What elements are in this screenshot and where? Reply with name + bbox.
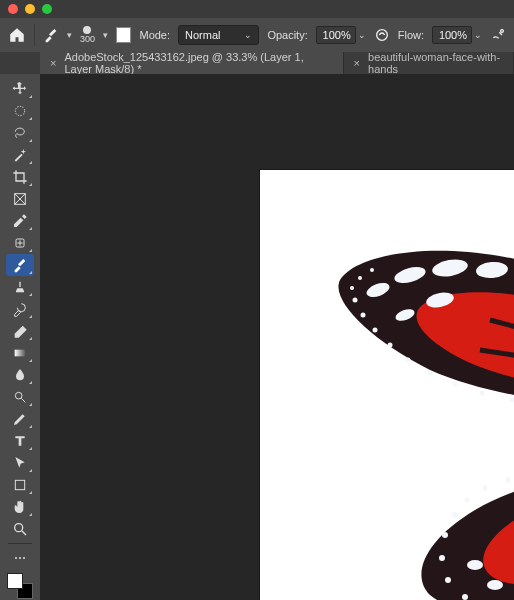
frame-tool-icon[interactable] [6, 188, 34, 210]
svg-point-43 [506, 478, 511, 483]
svg-point-2 [15, 106, 24, 115]
svg-point-45 [487, 580, 503, 590]
pressure-opacity-icon[interactable] [374, 27, 390, 43]
window-maximize-button[interactable] [42, 4, 52, 14]
window-titlebar [0, 0, 514, 18]
shape-tool-icon[interactable] [6, 474, 34, 496]
lasso-tool-icon[interactable] [6, 122, 34, 144]
brush-size-value: 300 [80, 35, 95, 44]
color-swatches[interactable] [7, 573, 33, 599]
svg-point-29 [350, 286, 354, 290]
document-tab[interactable]: × beautiful-woman-face-with-hands [344, 52, 514, 74]
svg-point-30 [358, 276, 362, 280]
canvas-area[interactable] [40, 74, 514, 600]
chevron-down-icon: ⌄ [244, 30, 252, 40]
airbrush-icon[interactable] [490, 27, 506, 43]
opacity-field[interactable]: 100% [316, 26, 356, 44]
svg-point-6 [15, 392, 22, 399]
brush-tool-preset-icon[interactable] [43, 27, 59, 43]
chevron-down-icon[interactable]: ⌄ [474, 30, 482, 40]
flow-field[interactable]: 100% [432, 26, 472, 44]
svg-point-10 [19, 557, 21, 559]
options-bar: ▾ 300 ▾ Mode: Normal ⌄ Opacity: 100% ⌄ F… [0, 18, 514, 52]
crop-tool-icon[interactable] [6, 166, 34, 188]
svg-point-41 [465, 498, 470, 503]
svg-point-32 [452, 512, 458, 518]
butterfly-wing-image [260, 170, 514, 600]
foreground-color-swatch[interactable] [7, 573, 23, 589]
svg-point-8 [15, 524, 23, 532]
tool-palette [0, 74, 40, 600]
svg-point-9 [15, 557, 17, 559]
eyedropper-tool-icon[interactable] [6, 210, 34, 232]
opacity-label: Opacity: [267, 29, 307, 41]
path-selection-tool-icon[interactable] [6, 452, 34, 474]
document-tab-label: beautiful-woman-face-with-hands [368, 51, 503, 75]
window-minimize-button[interactable] [25, 4, 35, 14]
flow-label: Flow: [398, 29, 424, 41]
zoom-tool-icon[interactable] [6, 518, 34, 540]
type-tool-icon[interactable] [6, 430, 34, 452]
svg-point-11 [23, 557, 25, 559]
svg-point-20 [373, 328, 378, 333]
move-tool-icon[interactable] [6, 78, 34, 100]
gradient-tool-icon[interactable] [6, 342, 34, 364]
marquee-tool-icon[interactable] [6, 100, 34, 122]
document-canvas[interactable] [260, 170, 514, 600]
chevron-down-icon[interactable]: ▾ [103, 30, 108, 40]
hand-tool-icon[interactable] [6, 496, 34, 518]
svg-point-21 [388, 343, 393, 348]
svg-rect-7 [15, 480, 24, 489]
history-brush-tool-icon[interactable] [6, 298, 34, 320]
svg-point-33 [442, 532, 448, 538]
home-icon[interactable] [8, 26, 26, 44]
magic-wand-tool-icon[interactable] [6, 144, 34, 166]
healing-brush-tool-icon[interactable] [6, 232, 34, 254]
document-tab[interactable]: × AdobeStock_125433162.jpeg @ 33.3% (Lay… [40, 52, 344, 74]
brush-panel-icon[interactable] [116, 27, 131, 43]
dodge-tool-icon[interactable] [6, 386, 34, 408]
eraser-tool-icon[interactable] [6, 320, 34, 342]
svg-point-42 [483, 486, 488, 491]
svg-point-31 [370, 268, 374, 272]
svg-point-1 [501, 30, 504, 33]
brush-size-picker[interactable]: 300 [80, 26, 95, 44]
chevron-down-icon[interactable]: ▾ [67, 30, 72, 40]
svg-point-26 [510, 398, 515, 403]
svg-point-0 [376, 30, 387, 41]
svg-point-36 [462, 594, 468, 600]
edit-toolbar-icon[interactable] [6, 547, 34, 569]
svg-point-44 [467, 560, 483, 570]
svg-point-24 [453, 382, 458, 387]
close-icon[interactable]: × [354, 57, 360, 69]
close-icon[interactable]: × [50, 57, 56, 69]
window-close-button[interactable] [8, 4, 18, 14]
svg-point-23 [428, 371, 433, 376]
document-tab-label: AdobeStock_125433162.jpeg @ 33.3% (Layer… [64, 51, 332, 75]
svg-point-22 [406, 358, 411, 363]
document-tabstrip: × AdobeStock_125433162.jpeg @ 33.3% (Lay… [0, 52, 514, 74]
blend-mode-value: Normal [185, 29, 220, 41]
pen-tool-icon[interactable] [6, 408, 34, 430]
mode-label: Mode: [139, 29, 170, 41]
svg-point-34 [439, 555, 445, 561]
clone-stamp-tool-icon[interactable] [6, 276, 34, 298]
chevron-down-icon[interactable]: ⌄ [358, 30, 366, 40]
svg-rect-5 [15, 350, 26, 357]
svg-point-18 [353, 298, 358, 303]
svg-point-25 [480, 391, 485, 396]
brush-tool-icon[interactable] [6, 254, 34, 276]
blur-tool-icon[interactable] [6, 364, 34, 386]
svg-point-35 [445, 577, 451, 583]
svg-point-19 [361, 313, 366, 318]
blend-mode-select[interactable]: Normal ⌄ [178, 25, 259, 45]
